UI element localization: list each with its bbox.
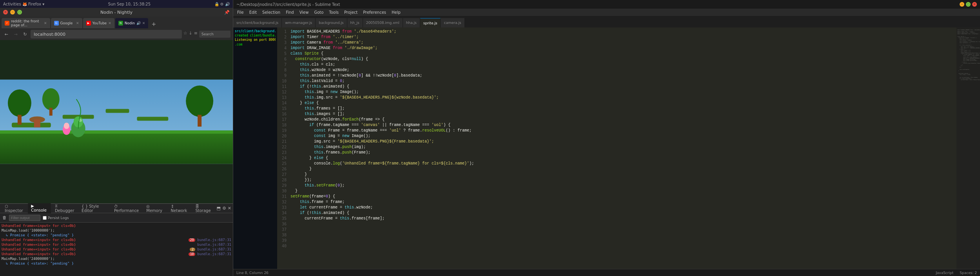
file-tab-background[interactable]: background.js bbox=[316, 18, 347, 27]
line-number: 17 bbox=[277, 117, 287, 122]
back-button[interactable]: ← bbox=[2, 30, 10, 38]
line-number: 35 bbox=[277, 216, 287, 221]
devtools-tab-performance[interactable]: ⏱ Performance bbox=[111, 203, 142, 214]
menu-preferences[interactable]: Preferences bbox=[361, 10, 388, 15]
svg-rect-2 bbox=[0, 130, 233, 133]
devtools-tab-style-editor[interactable]: { } Style Editor bbox=[78, 203, 110, 214]
status-tab: Spaces: 2 bbox=[960, 271, 977, 275]
code-editor[interactable]: import BASE64_HEADERS from './base64head… bbox=[289, 27, 956, 269]
line-number: 8 bbox=[277, 68, 287, 73]
line-number: 12 bbox=[277, 90, 287, 95]
file-tab-wm-manager[interactable]: wm-manager.js bbox=[282, 18, 316, 27]
menu-find[interactable]: Find bbox=[283, 10, 296, 15]
line-number: 5 bbox=[277, 51, 287, 57]
dock-icon[interactable]: ⬒ bbox=[217, 206, 221, 211]
file-tab-background-js[interactable]: src/client/background.js bbox=[233, 18, 282, 27]
devtools-tab-inspector[interactable]: ⬡ Inspector bbox=[2, 203, 27, 214]
reload-button[interactable]: ↻ bbox=[21, 30, 29, 38]
settings-icon[interactable]: ⚙ bbox=[222, 206, 226, 211]
line-number: 39 bbox=[277, 238, 287, 243]
tab-youtube[interactable]: ▶ YouTube ✕ bbox=[83, 18, 114, 28]
error-badge-10: 10 bbox=[189, 252, 196, 256]
new-tab-button[interactable]: + bbox=[149, 20, 158, 28]
console-text: Unhandled frame=<input> for cls=0b} bbox=[2, 243, 76, 247]
line-number: 15 bbox=[277, 106, 287, 111]
tab-close-reddit[interactable]: ✕ bbox=[44, 21, 47, 25]
tab-reddit[interactable]: r reddit: the front page of... ✕ bbox=[2, 18, 50, 28]
tab-close-nodin[interactable]: ✕ bbox=[142, 21, 145, 25]
menu-view[interactable]: View bbox=[297, 10, 311, 15]
sublime-title: ~/Desktop/jnodins7/src/client/sprite.js … bbox=[236, 2, 340, 7]
menu-edit[interactable]: Edit bbox=[247, 10, 259, 15]
code-line: this.images.push(img); bbox=[290, 144, 955, 150]
file-tab-camera[interactable]: camera.js bbox=[441, 18, 465, 27]
tab-close-google[interactable]: ✕ bbox=[76, 21, 79, 25]
tab-favicon-youtube: ▶ bbox=[86, 21, 91, 26]
menu-help[interactable]: Help bbox=[389, 10, 403, 15]
menu-goto[interactable]: Goto bbox=[312, 10, 326, 15]
line-number: 36 bbox=[277, 221, 287, 227]
file-tab-sprite[interactable]: sprite.js bbox=[420, 18, 441, 27]
file-tab-img-xml[interactable]: 20050508.img.xml bbox=[363, 18, 403, 27]
error-badge-29: 29 bbox=[189, 238, 196, 242]
system-bar-right: 🔒 ⚙ 🔊 bbox=[214, 2, 230, 6]
code-line: this.frame = frame; bbox=[290, 199, 955, 205]
code-line: }); bbox=[290, 177, 955, 183]
status-left: Line 8, Column 26 bbox=[236, 271, 269, 275]
line-number: 31 bbox=[277, 194, 287, 199]
sublime-window-controls: − □ ✕ bbox=[960, 2, 977, 7]
minimize-button[interactable]: − bbox=[10, 10, 15, 15]
minimap[interactable]: import BASE64_HEADERS from './base64head… bbox=[956, 27, 980, 269]
tab-close-youtube[interactable]: ✕ bbox=[108, 21, 111, 25]
persist-logs-label: Persist Logs bbox=[48, 216, 69, 220]
persist-checkbox-input[interactable] bbox=[43, 216, 47, 220]
svg-rect-12 bbox=[198, 115, 201, 127]
code-line: } else { bbox=[290, 101, 955, 106]
download-icon[interactable]: ↓ bbox=[189, 31, 192, 38]
sublime-maximize[interactable]: □ bbox=[966, 2, 971, 7]
code-line: this.lastValid = 0; bbox=[290, 79, 955, 84]
code-line: this.cls = cls; bbox=[290, 62, 955, 68]
close-button[interactable]: ✕ bbox=[3, 10, 8, 15]
line-number: 40 bbox=[277, 243, 287, 249]
console-text: ↳ Promise { <state>: "pending" } bbox=[2, 233, 74, 237]
status-lang: JavaScript bbox=[936, 271, 953, 275]
menu-tools[interactable]: Tools bbox=[327, 10, 341, 15]
devtools-tab-storage[interactable]: 🗄 Storage bbox=[192, 203, 216, 214]
devtools-tab-memory[interactable]: ◎ Memory bbox=[143, 203, 167, 214]
console-file: bundle.js:687:31 bbox=[197, 243, 231, 247]
sublime-minimize[interactable]: − bbox=[960, 2, 964, 7]
bookmark-icon[interactable]: ☆ bbox=[183, 31, 187, 38]
devtools-tab-network[interactable]: ↕ Network bbox=[168, 203, 192, 214]
sublime-close[interactable]: ✕ bbox=[972, 2, 977, 7]
maximize-button[interactable]: □ bbox=[17, 10, 22, 15]
forward-button[interactable]: → bbox=[12, 30, 20, 38]
devtools-tab-debugger[interactable]: ⧖ Debugger bbox=[52, 203, 78, 214]
file-tab-hh[interactable]: hh_js bbox=[347, 18, 363, 27]
trash-icon[interactable]: 🗑 bbox=[2, 215, 7, 220]
search-box[interactable]: Search bbox=[199, 31, 230, 38]
menu-selection[interactable]: Selection bbox=[260, 10, 283, 15]
filter-output-input[interactable] bbox=[9, 215, 40, 221]
menu-icon[interactable]: ≡ bbox=[194, 31, 198, 38]
persist-logs-checkbox[interactable]: Persist Logs bbox=[43, 216, 69, 220]
line-number: 34 bbox=[277, 210, 287, 216]
line-number: 32 bbox=[277, 199, 287, 205]
menu-file[interactable]: File bbox=[235, 10, 246, 15]
devtools-tab-console[interactable]: ▶ Console bbox=[28, 203, 51, 214]
system-bar-center: Sun Sep 10, 15:38:25 bbox=[108, 2, 151, 6]
line-number: 29 bbox=[277, 183, 287, 188]
url-input[interactable]: localhost:8000 bbox=[31, 30, 182, 38]
code-line: currentFrame = this.frames[frame]; bbox=[290, 216, 955, 221]
tab-nodin[interactable]: N Nodin 🔊 ✕ bbox=[115, 18, 149, 28]
line-number: 20 bbox=[277, 133, 287, 139]
devtools-controls: ⬒ ⚙ ✕ bbox=[217, 206, 232, 211]
tab-label-google: Google bbox=[60, 21, 73, 25]
url-text: localhost:8000 bbox=[34, 32, 65, 37]
code-line: import DRAW_IMAGE from './drawImage'; bbox=[290, 46, 955, 51]
tab-google[interactable]: G Google ✕ bbox=[51, 18, 82, 28]
code-line: setFrame(frame=0) { bbox=[290, 194, 955, 199]
close-devtools-icon[interactable]: ✕ bbox=[228, 206, 231, 211]
menu-project[interactable]: Project bbox=[342, 10, 360, 15]
file-tab-hha[interactable]: hha.js bbox=[403, 18, 420, 27]
